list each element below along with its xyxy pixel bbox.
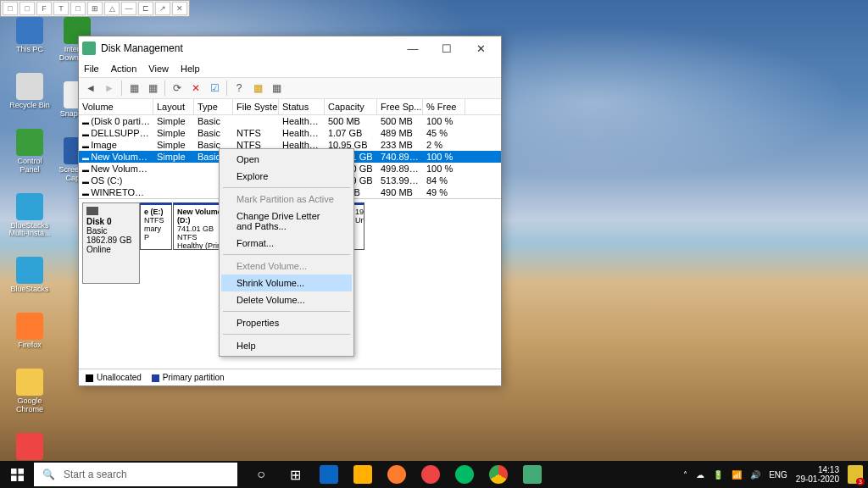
mini-toolbar-button[interactable]: T bbox=[53, 2, 69, 15]
taskbar-opera[interactable] bbox=[414, 461, 448, 488]
clock[interactable]: 14:13 29-01-2020 bbox=[796, 465, 839, 484]
desktop-icon[interactable]: BlueStacks bbox=[7, 257, 53, 294]
svg-rect-2 bbox=[11, 475, 17, 481]
desktop-icon[interactable]: Recycle Bin bbox=[7, 73, 53, 110]
start-button[interactable] bbox=[0, 461, 34, 488]
taskbar-firefox[interactable] bbox=[380, 461, 414, 488]
maximize-button[interactable]: ☐ bbox=[430, 36, 464, 60]
context-menu-item[interactable]: Delete Volume... bbox=[221, 291, 352, 308]
icon-label: Control Panel bbox=[7, 158, 53, 175]
toolbar-icon[interactable]: ▦ bbox=[144, 80, 161, 97]
back-button[interactable]: ◄ bbox=[82, 80, 99, 97]
tray-volume-icon[interactable]: 🔊 bbox=[750, 470, 760, 480]
cortana-icon[interactable]: ○ bbox=[244, 461, 278, 488]
desktop-icon[interactable]: This PC bbox=[7, 17, 53, 54]
column-header[interactable]: % Free bbox=[423, 99, 465, 114]
legend-primary: Primary partition bbox=[152, 373, 225, 382]
task-icons: ○ ⊞ bbox=[244, 461, 549, 488]
app-icon bbox=[16, 257, 43, 284]
tray-cloud-icon[interactable]: ☁ bbox=[696, 470, 704, 480]
partition-block[interactable]: e (E:)NTFSmary P bbox=[140, 202, 172, 250]
desktop-icon[interactable]: Control Panel bbox=[7, 129, 53, 175]
tray-lang[interactable]: ENG bbox=[769, 470, 787, 480]
context-menu-item[interactable]: Explore bbox=[221, 168, 352, 185]
taskview-icon[interactable]: ⊞ bbox=[278, 461, 312, 488]
menu-item[interactable]: Help bbox=[181, 64, 200, 74]
tray-battery-icon[interactable]: 🔋 bbox=[713, 470, 723, 480]
minimize-button[interactable]: — bbox=[396, 36, 430, 60]
mini-toolbar-button[interactable]: △ bbox=[104, 2, 120, 15]
toolbar: ◄ ► ▦ ▦ ⟳ ✕ ☑ ? ▦ ▦ bbox=[79, 77, 501, 99]
context-menu-item[interactable]: Change Drive Letter and Paths... bbox=[221, 208, 352, 235]
tray-chevron-icon[interactable]: ˄ bbox=[683, 470, 687, 480]
mini-toolbar-button[interactable]: □ bbox=[19, 2, 35, 15]
tray-wifi-icon[interactable]: 📶 bbox=[732, 470, 742, 480]
close-button[interactable]: ✕ bbox=[464, 36, 498, 60]
menu-item[interactable]: File bbox=[84, 64, 99, 74]
menu-item[interactable]: View bbox=[148, 64, 169, 74]
toolbar-icon[interactable]: ▦ bbox=[249, 80, 266, 97]
mini-toolbar-button[interactable]: ⊞ bbox=[87, 2, 103, 15]
help-icon[interactable]: ? bbox=[231, 80, 248, 97]
taskbar-chrome[interactable] bbox=[481, 461, 515, 488]
titlebar[interactable]: Disk Management — ☐ ✕ bbox=[79, 36, 501, 60]
taskbar-diskmgmt[interactable] bbox=[515, 461, 549, 488]
disk-status: Online bbox=[86, 245, 136, 254]
mini-toolbar-button[interactable]: □ bbox=[70, 2, 86, 15]
mini-toolbar-button[interactable]: ↗ bbox=[155, 2, 170, 15]
windows-icon bbox=[11, 469, 24, 481]
context-menu-item[interactable]: Properties bbox=[221, 314, 352, 331]
context-menu-item[interactable]: Open bbox=[221, 151, 352, 168]
desktop-icon[interactable]: Firefox bbox=[7, 313, 53, 350]
mini-toolbar-button[interactable]: ⊏ bbox=[138, 2, 153, 15]
mini-toolbar-button[interactable]: F bbox=[36, 2, 52, 15]
desktop-icon[interactable]: BlueStacks Multi-Insta... bbox=[7, 193, 53, 239]
menubar: FileActionViewHelp bbox=[79, 60, 501, 77]
context-menu-item[interactable]: Help bbox=[221, 337, 352, 354]
delete-icon[interactable]: ✕ bbox=[187, 80, 204, 97]
disk-info-block[interactable]: Disk 0 Basic 1862.89 GB Online bbox=[82, 202, 140, 284]
disk-size: 1862.89 GB bbox=[86, 236, 136, 245]
mini-toolbar: □□FT□⊞△—⊏↗✕ bbox=[0, 0, 190, 17]
taskbar-app[interactable] bbox=[346, 461, 380, 488]
legend-unallocated: Unallocated bbox=[86, 373, 142, 382]
taskbar-app[interactable] bbox=[312, 461, 346, 488]
notification-icon[interactable] bbox=[848, 465, 863, 484]
refresh-icon[interactable]: ⟳ bbox=[169, 80, 186, 97]
context-menu-item[interactable]: Shrink Volume... bbox=[221, 274, 352, 291]
column-header[interactable]: Volume bbox=[79, 99, 153, 114]
context-menu-item: Extend Volume... bbox=[221, 258, 352, 274]
search-icon: 🔍 bbox=[42, 469, 55, 480]
mini-toolbar-button[interactable]: □ bbox=[3, 2, 18, 15]
search-box[interactable]: 🔍 Start a search bbox=[34, 463, 237, 486]
mini-toolbar-button[interactable]: — bbox=[121, 2, 136, 15]
context-menu: OpenExploreMark Partition as ActiveChang… bbox=[219, 148, 354, 357]
forward-button[interactable]: ► bbox=[101, 80, 118, 97]
disk-icon bbox=[86, 207, 98, 215]
column-header[interactable]: File System bbox=[233, 99, 279, 114]
column-header[interactable]: Capacity bbox=[325, 99, 377, 114]
desktop-icons-col1: This PCRecycle BinControl PanelBlueStack… bbox=[7, 17, 53, 479]
context-menu-item[interactable]: Format... bbox=[221, 235, 352, 252]
app-icon bbox=[16, 17, 43, 44]
taskbar-edge[interactable] bbox=[448, 461, 481, 488]
desktop-icon[interactable]: Google Chrome bbox=[7, 369, 53, 414]
column-header[interactable]: Layout bbox=[153, 99, 194, 114]
mini-toolbar-button[interactable]: ✕ bbox=[172, 2, 187, 15]
system-tray: ˄ ☁ 🔋 📶 🔊 ENG 14:13 29-01-2020 bbox=[683, 465, 868, 484]
menu-separator bbox=[223, 254, 350, 255]
column-header[interactable]: Status bbox=[279, 99, 325, 114]
svg-rect-3 bbox=[18, 475, 24, 481]
legend: Unallocated Primary partition bbox=[79, 369, 501, 385]
app-icon bbox=[16, 369, 43, 396]
menu-item[interactable]: Action bbox=[111, 64, 137, 74]
volume-row[interactable]: ▬ DELLSUPPORTSimpleBasicNTFSHealthy (...… bbox=[79, 127, 501, 139]
volume-row[interactable]: ▬ (Disk 0 partition 1)SimpleBasicHealthy… bbox=[79, 115, 501, 127]
properties-icon[interactable]: ☑ bbox=[206, 80, 223, 97]
column-header[interactable]: Type bbox=[194, 99, 233, 114]
toolbar-icon[interactable]: ▦ bbox=[268, 80, 285, 97]
disk-name: Disk 0 bbox=[86, 217, 136, 226]
taskbar: 🔍 Start a search ○ ⊞ ˄ ☁ 🔋 📶 🔊 ENG 14:13… bbox=[0, 461, 868, 488]
column-header[interactable]: Free Sp... bbox=[377, 99, 423, 114]
toolbar-icon[interactable]: ▦ bbox=[125, 80, 142, 97]
